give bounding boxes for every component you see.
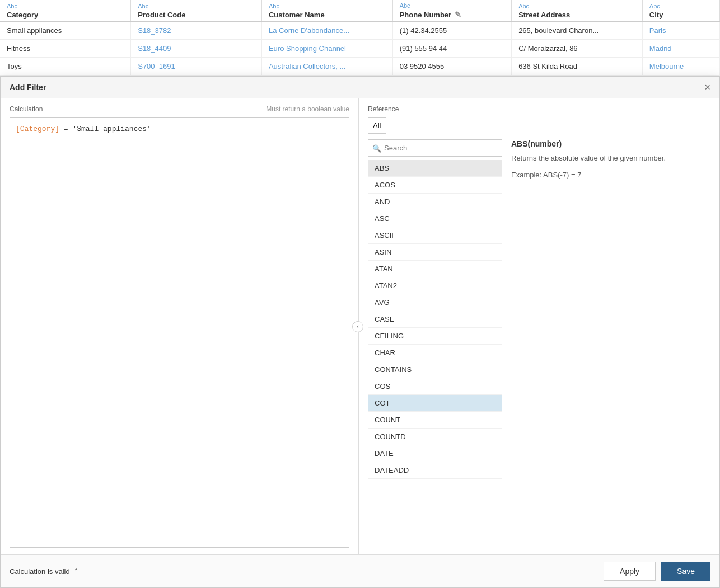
- col-header-label-address: Street Address: [518, 11, 570, 19]
- cell-address: 265, boulevard Charon...: [512, 22, 643, 40]
- func-list-item[interactable]: ASCII: [368, 227, 502, 244]
- ref-list-col: 🔍 ABSACOSANDASCASCIIASINATANATAN2AVGCASE…: [368, 139, 502, 548]
- col-header-product: Abc Product Code: [131, 0, 262, 22]
- func-list-item[interactable]: CEILING: [368, 328, 502, 345]
- dialog-header: Add Filter ×: [1, 77, 719, 98]
- cell-customer: Euro Shopping Channel: [261, 40, 392, 58]
- func-list-item[interactable]: AVG: [368, 294, 502, 311]
- col-type-category: Abc: [7, 3, 124, 10]
- edit-icon[interactable]: ✎: [455, 10, 461, 19]
- func-list-item[interactable]: COUNTD: [368, 429, 502, 445]
- calc-editor[interactable]: [Category] = 'Small appliances': [10, 117, 349, 548]
- cell-city: Madrid: [642, 40, 719, 58]
- func-list-item[interactable]: ATAN: [368, 261, 502, 277]
- calc-label: Calculation: [10, 105, 43, 113]
- col-header-address: Abc Street Address: [512, 0, 643, 22]
- func-description: ABS(number) Returns the absolute value o…: [502, 139, 710, 548]
- ref-dropdown-row: All: [368, 117, 710, 134]
- col-header-phone: Abc Phone Number ✎: [392, 0, 511, 22]
- col-header-label-category: Category: [7, 11, 38, 19]
- table-row: Small appliances S18_3782 La Corne D'abo…: [0, 22, 720, 40]
- col-type-customer: Abc: [269, 3, 386, 10]
- collapse-button[interactable]: ‹: [352, 321, 363, 332]
- cell-city: Melbourne: [642, 58, 719, 76]
- col-header-label-phone: Phone Number: [400, 11, 451, 19]
- code-equals: = 'Small appliances': [59, 125, 151, 133]
- calc-label-row: Calculation Must return a boolean value: [10, 105, 349, 113]
- cell-phone: 03 9520 4555: [392, 58, 511, 76]
- cell-customer: Australian Collectors, ...: [261, 58, 392, 76]
- cell-city: Paris: [642, 22, 719, 40]
- calc-must-return: Must return a boolean value: [266, 105, 349, 113]
- func-list-item[interactable]: COT: [368, 395, 502, 412]
- cell-category: Fitness: [0, 40, 131, 58]
- func-list-item[interactable]: AND: [368, 194, 502, 210]
- col-type-phone: Abc: [400, 2, 504, 9]
- cell-customer: La Corne D'abondance...: [261, 22, 392, 40]
- func-list-item[interactable]: ASIN: [368, 244, 502, 261]
- close-button[interactable]: ×: [704, 82, 710, 92]
- save-button[interactable]: Save: [661, 562, 710, 581]
- search-input[interactable]: [368, 139, 502, 157]
- func-list-item[interactable]: CONTAINS: [368, 361, 502, 378]
- ref-main: 🔍 ABSACOSANDASCASCIIASINATANATAN2AVGCASE…: [368, 139, 710, 548]
- func-list-item[interactable]: ACOS: [368, 177, 502, 194]
- ref-dropdown-wrapper: All: [368, 117, 710, 134]
- func-list-item[interactable]: COUNT: [368, 412, 502, 429]
- cell-product: S18_4409: [131, 40, 262, 58]
- cell-phone: (1) 42.34.2555: [392, 22, 511, 40]
- table-row: Fitness S18_4409 Euro Shopping Channel (…: [0, 40, 720, 58]
- col-type-city: Abc: [649, 3, 713, 10]
- func-list-item[interactable]: DATE: [368, 445, 502, 462]
- code-line: [Category] = 'Small appliances': [16, 125, 157, 133]
- validity-text: Calculation is valid: [10, 567, 70, 576]
- func-list-item[interactable]: ASC: [368, 210, 502, 227]
- cell-phone: (91) 555 94 44: [392, 40, 511, 58]
- table-body: Small appliances S18_3782 La Corne D'abo…: [0, 22, 720, 76]
- col-type-product: Abc: [138, 3, 255, 10]
- dialog-title: Add Filter: [10, 83, 46, 92]
- func-list-item[interactable]: DATEADD: [368, 462, 502, 479]
- code-category: [Category]: [16, 125, 59, 133]
- ref-dropdown[interactable]: All: [368, 117, 386, 134]
- func-list-item[interactable]: ATAN2: [368, 277, 502, 294]
- ref-label: Reference: [368, 105, 710, 113]
- cursor: [152, 125, 157, 133]
- func-desc-body: Returns the absolute value of the given …: [511, 153, 710, 164]
- footer-buttons: Apply Save: [604, 562, 710, 581]
- col-header-label-customer: Customer Name: [269, 11, 325, 19]
- func-list-container[interactable]: ABSACOSANDASCASCIIASINATANATAN2AVGCASECE…: [368, 160, 502, 548]
- cell-address: 636 St Kilda Road: [512, 58, 643, 76]
- col-type-address: Abc: [518, 3, 635, 10]
- col-header-label-product: Product Code: [138, 11, 185, 19]
- func-list-item[interactable]: ABS: [368, 160, 502, 177]
- cell-category: Toys: [0, 58, 131, 76]
- cell-address: C/ Moralzarzal, 86: [512, 40, 643, 58]
- apply-button[interactable]: Apply: [604, 562, 656, 581]
- dialog-body: Calculation Must return a boolean value …: [1, 98, 719, 554]
- calc-panel: Calculation Must return a boolean value …: [1, 98, 359, 554]
- cell-category: Small appliances: [0, 22, 131, 40]
- dialog-overlay: Add Filter × Calculation Must return a b…: [0, 76, 720, 588]
- table-row: Toys S700_1691 Australian Collectors, ..…: [0, 58, 720, 76]
- col-header-customer: Abc Customer Name: [261, 0, 392, 22]
- dialog-footer: Calculation is valid ⌃ Apply Save: [1, 554, 719, 587]
- func-desc-example: Example: ABS(-7) = 7: [511, 171, 710, 179]
- main-container: Abc Category Abc Product Code Abc Custom…: [0, 0, 720, 588]
- chevron-up-icon[interactable]: ⌃: [73, 567, 79, 575]
- func-list-item[interactable]: COS: [368, 378, 502, 395]
- validity-row: Calculation is valid ⌃: [10, 567, 79, 576]
- func-list-item[interactable]: CHAR: [368, 345, 502, 361]
- data-table: Abc Category Abc Product Code Abc Custom…: [0, 0, 720, 76]
- func-list: ABSACOSANDASCASCIIASINATANATAN2AVGCASECE…: [368, 160, 502, 479]
- phone-header-wrap: Phone Number ✎: [400, 10, 504, 19]
- cell-product: S700_1691: [131, 58, 262, 76]
- func-desc-title: ABS(number): [511, 139, 710, 148]
- col-header-label-city: City: [649, 11, 663, 19]
- search-icon: 🔍: [372, 144, 381, 152]
- search-box-wrapper: 🔍: [368, 139, 502, 157]
- table-area: Abc Category Abc Product Code Abc Custom…: [0, 0, 720, 76]
- func-list-item[interactable]: CASE: [368, 311, 502, 328]
- ref-panel: Reference All 🔍: [359, 98, 719, 554]
- col-header-city: Abc City: [642, 0, 719, 22]
